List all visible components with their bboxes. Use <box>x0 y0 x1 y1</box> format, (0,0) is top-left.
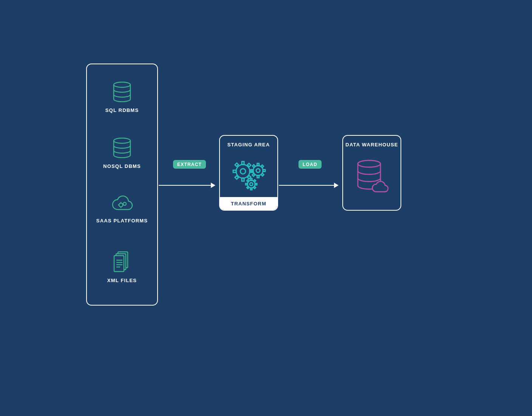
svg-rect-16 <box>233 170 236 172</box>
svg-rect-31 <box>252 174 255 176</box>
sources-box: SQL RDBMS NOSQL DBMS <box>86 64 158 306</box>
staging-title: STAGING AREA <box>220 142 277 147</box>
staging-box: STAGING AREA <box>219 135 278 211</box>
svg-rect-38 <box>247 180 249 182</box>
svg-rect-35 <box>251 188 252 190</box>
svg-rect-29 <box>261 173 264 176</box>
etl-diagram: SQL RDBMS NOSQL DBMS <box>0 0 532 416</box>
source-item-saas: SAAS PLATFORMS <box>87 194 157 224</box>
warehouse-box: DATA WAREHOUSE <box>342 135 401 211</box>
svg-point-1 <box>114 138 130 143</box>
svg-rect-27 <box>263 169 265 171</box>
database-icon <box>113 138 131 158</box>
svg-rect-39 <box>254 186 256 189</box>
svg-point-2 <box>119 203 123 207</box>
svg-rect-15 <box>242 178 244 181</box>
load-pill: LOAD <box>298 160 322 169</box>
database-icon <box>113 82 131 102</box>
svg-rect-41 <box>247 186 249 189</box>
svg-rect-28 <box>252 165 255 167</box>
svg-rect-30 <box>261 165 263 168</box>
svg-point-13 <box>240 169 246 174</box>
source-item-sql: SQL RDBMS <box>87 82 157 113</box>
source-label: SAAS PLATFORMS <box>96 218 148 224</box>
svg-rect-14 <box>242 161 244 165</box>
source-label: SQL RDBMS <box>105 107 139 113</box>
files-icon <box>112 250 132 272</box>
warehouse-title: DATA WAREHOUSE <box>343 142 401 147</box>
source-label: NOSQL DBMS <box>103 163 141 169</box>
database-cloud-icon <box>355 159 389 196</box>
source-label: XML FILES <box>107 278 137 283</box>
svg-rect-25 <box>257 175 259 178</box>
extract-pill: EXTRACT <box>173 160 206 169</box>
svg-point-12 <box>236 165 250 178</box>
load-arrow <box>279 185 338 186</box>
svg-point-0 <box>114 82 130 87</box>
transform-footer: TRANSFORM <box>220 197 277 210</box>
svg-rect-40 <box>254 180 256 182</box>
svg-rect-34 <box>251 179 252 180</box>
svg-rect-24 <box>257 163 259 166</box>
svg-rect-37 <box>255 183 257 185</box>
gears-icon <box>230 157 267 192</box>
svg-point-23 <box>256 169 260 172</box>
svg-rect-36 <box>246 183 247 185</box>
source-item-nosql: NOSQL DBMS <box>87 138 157 169</box>
source-item-xml: XML FILES <box>87 250 157 283</box>
svg-point-42 <box>358 160 380 167</box>
svg-point-33 <box>250 183 253 186</box>
cloud-gears-icon <box>111 194 133 213</box>
extract-arrow <box>159 185 215 186</box>
